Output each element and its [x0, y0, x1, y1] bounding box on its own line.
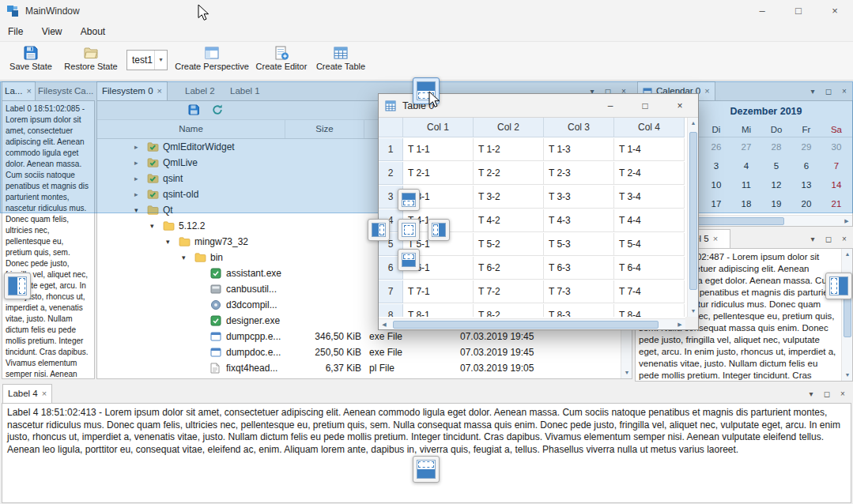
table-cell[interactable]: T 3-4	[614, 186, 685, 209]
tree-row[interactable]: dumpcpp.e...346,50 KiBexe File07.03.2019…	[97, 329, 621, 344]
save-state-button[interactable]: Save State	[5, 43, 57, 79]
menu-file[interactable]: File	[0, 22, 31, 41]
label4-tabbar: Label 4 × ▾ ◻ ×	[2, 384, 851, 403]
table-cell[interactable]: T 8-4	[614, 304, 685, 317]
table-column-header[interactable]: Col 4	[614, 118, 685, 137]
drop-indicator-area-left[interactable]	[368, 219, 390, 241]
label5-menu-icon[interactable]: ▾	[806, 233, 819, 245]
table-row-header[interactable]: 1	[379, 138, 403, 161]
exe-gray-icon	[210, 284, 223, 295]
table-column-header[interactable]: Col 1	[403, 118, 474, 137]
table-row-header[interactable]: 8	[379, 304, 403, 317]
create-perspective-button[interactable]: Create Perspective	[174, 43, 250, 79]
table-cell[interactable]: T 8-1	[403, 304, 474, 317]
tree-row[interactable]: fixqt4head...6,37 KiBpl File07.03.2019 1…	[97, 360, 621, 376]
window-minimize-button[interactable]: –	[744, 0, 780, 22]
table-cell[interactable]: T 7-3	[544, 280, 614, 303]
table-cell[interactable]: T 5-3	[544, 233, 614, 256]
tab-label4[interactable]: Label 4 ×	[2, 384, 52, 403]
scroll-up-icon[interactable]: ▲	[688, 118, 699, 129]
table-vscrollbar[interactable]: ▲ ▼	[687, 118, 698, 317]
table-cell[interactable]: T 8-2	[474, 304, 544, 317]
perspective-combo[interactable]: test1 ▾	[126, 50, 168, 70]
table-cell[interactable]: T 5-2	[474, 233, 544, 256]
table-hscrollbar[interactable]: ◀ ▶	[379, 318, 685, 329]
label5-vscrollbar[interactable]: ▲ ▼	[841, 249, 852, 381]
table-row-header[interactable]: 7	[379, 280, 403, 303]
label4-float-icon[interactable]: ◻	[821, 388, 833, 400]
tree-item-name: assistant.exe	[226, 265, 281, 281]
floating-minimize-button[interactable]: –	[598, 98, 622, 114]
table-cell[interactable]: T 6-3	[544, 257, 614, 280]
table-cell[interactable]: T 4-4	[614, 209, 685, 232]
table-vscroll-handle[interactable]	[689, 132, 697, 290]
table-cell[interactable]: T 2-4	[614, 162, 685, 185]
drop-indicator-edge-bottom[interactable]	[413, 456, 440, 483]
tree-item-type: exe File	[369, 344, 402, 360]
titlebar[interactable]: MainWindow – □ ×	[0, 0, 853, 22]
tab-label4-close-icon[interactable]: ×	[42, 385, 47, 403]
window-maximize-button[interactable]: □	[780, 0, 817, 22]
tab-label5-close-icon[interactable]: ×	[713, 230, 718, 248]
table-cell[interactable]: T 6-2	[474, 257, 544, 280]
drop-indicator-area-bottom[interactable]	[398, 249, 420, 271]
scroll-down-icon[interactable]: ▼	[842, 370, 853, 381]
table-cell[interactable]: T 3-3	[544, 186, 614, 209]
scroll-up-icon[interactable]: ▲	[842, 249, 853, 260]
drop-indicator-area-right[interactable]	[428, 219, 450, 241]
label4-close-icon[interactable]: ×	[836, 388, 849, 400]
drop-indicator-edge-left[interactable]	[4, 273, 31, 299]
combo-dropdown-icon[interactable]: ▾	[154, 51, 167, 70]
table-cell[interactable]: T 1-2	[474, 138, 544, 161]
tree-row[interactable]: dumpdoc.e...250,50 KiBexe File07.03.2019…	[97, 344, 621, 360]
table-column-header[interactable]: Col 2	[474, 118, 544, 137]
table-cell[interactable]: T 4-2	[474, 209, 544, 232]
scroll-right-icon[interactable]: ▶	[841, 216, 852, 227]
table-cell[interactable]: T 4-3	[544, 209, 614, 232]
table-cell[interactable]: T 1-3	[544, 138, 614, 161]
window-close-button[interactable]: ×	[817, 0, 853, 22]
restore-state-button[interactable]: Restore State	[60, 43, 122, 79]
table-cell[interactable]: T 2-1	[403, 162, 474, 185]
table-cell[interactable]: T 3-2	[474, 186, 544, 209]
scroll-down-icon[interactable]: ▼	[688, 306, 699, 317]
tree-item-date: 07.03.2019 19:45	[460, 329, 534, 344]
table-cell[interactable]: T 5-4	[614, 233, 685, 256]
scroll-left-icon[interactable]: ◀	[379, 319, 390, 330]
table-column-header[interactable]: Col 3	[544, 118, 614, 137]
table-cell[interactable]: T 7-1	[403, 280, 474, 303]
window-title: MainWindow	[25, 0, 80, 22]
table-cell[interactable]: T 7-4	[614, 280, 685, 303]
table-cell[interactable]: T 1-1	[403, 138, 474, 161]
drop-indicator-area-top[interactable]	[398, 189, 420, 211]
table-cell[interactable]: T 6-4	[614, 257, 685, 280]
menu-about[interactable]: About	[73, 22, 113, 41]
table-cell[interactable]: T 2-3	[544, 162, 614, 185]
table-grid: Col 1Col 2Col 3Col 41T 1-1T 1-2T 1-3T 1-…	[379, 118, 685, 317]
scroll-down-icon[interactable]: ▼	[621, 367, 632, 378]
tree-expander-icon[interactable]: ▾	[166, 234, 177, 250]
create-table-button[interactable]: Create Table	[315, 43, 367, 79]
drop-indicator-area-center[interactable]	[398, 219, 420, 241]
table-cell[interactable]: T 1-4	[614, 138, 685, 161]
tree-item-name: dumpcpp.e...	[226, 329, 281, 344]
tree-expander-icon[interactable]: ▾	[182, 250, 193, 265]
perspective-combo-value: test1	[132, 51, 153, 70]
floating-table-window[interactable]: Table 0 – □ × Col 1Col 2Col 3Col 41T 1-1…	[378, 93, 699, 330]
drop-indicator-edge-right[interactable]	[825, 273, 852, 299]
floating-close-button[interactable]: ×	[668, 98, 692, 114]
label5-close-icon[interactable]: ×	[838, 233, 851, 245]
label5-float-icon[interactable]: ◻	[822, 233, 835, 245]
label4-menu-icon[interactable]: ▾	[805, 388, 817, 400]
table-cell[interactable]: T 8-3	[544, 304, 614, 317]
create-editor-button[interactable]: Create Editor	[253, 43, 310, 79]
tree-expander-icon[interactable]: ▾	[150, 218, 161, 234]
table-row-header[interactable]: 2	[379, 162, 403, 185]
table-cell[interactable]: T 2-2	[474, 162, 544, 185]
floating-maximize-button[interactable]: □	[633, 98, 657, 114]
table-hscroll-handle[interactable]	[393, 321, 659, 329]
table-cell[interactable]: T 7-2	[474, 280, 544, 303]
scroll-right-icon[interactable]: ▶	[674, 319, 685, 330]
table-corner-header[interactable]	[379, 118, 403, 137]
menu-view[interactable]: View	[34, 22, 70, 41]
